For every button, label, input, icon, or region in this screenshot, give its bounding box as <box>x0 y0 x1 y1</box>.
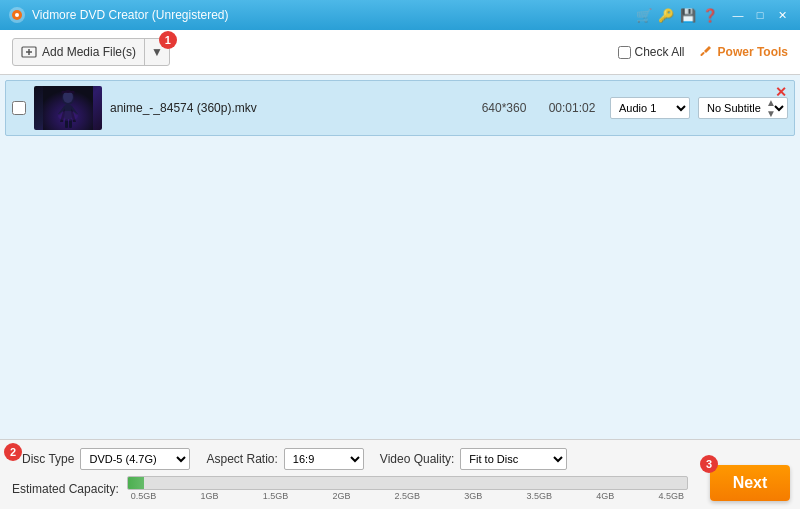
capacity-bar <box>127 476 688 490</box>
main-content: 1 Add Media File(s) ▼ Check All <box>0 30 800 509</box>
aspect-ratio-label: Aspect Ratio: <box>206 452 277 466</box>
app-title: Vidmore DVD Creator (Unregistered) <box>32 8 636 22</box>
disc-type-select[interactable]: DVD-5 (4.7G) DVD-9 (8.5G) Blu-ray 25G Bl… <box>80 448 190 470</box>
svg-point-14 <box>58 111 78 121</box>
capacity-ticks: 0.5GB 1GB 1.5GB 2GB 2.5GB 3GB 3.5GB 4GB … <box>127 490 688 501</box>
audio-select[interactable]: Audio 1 Audio 2 <box>610 97 690 119</box>
tick-1.5gb: 1.5GB <box>263 491 289 501</box>
bottom-bar: 2 Disc Type DVD-5 (4.7G) DVD-9 (8.5G) Bl… <box>0 439 800 509</box>
capacity-label: Estimated Capacity: <box>12 482 119 496</box>
wrench-icon <box>697 44 713 60</box>
check-all-checkbox[interactable] <box>618 46 631 59</box>
disc-type-label: Disc Type <box>22 452 74 466</box>
video-quality-group: Video Quality: Fit to Disc High Quality … <box>380 448 568 470</box>
svg-point-2 <box>15 13 19 17</box>
add-media-button[interactable]: 1 Add Media File(s) ▼ <box>12 38 170 66</box>
svg-rect-6 <box>700 52 705 57</box>
capacity-bar-wrapper: 0.5GB 1GB 1.5GB 2GB 2.5GB 3GB 3.5GB 4GB … <box>127 476 688 501</box>
capacity-row: Estimated Capacity: 0.5GB 1GB 1.5GB 2GB … <box>12 476 788 501</box>
thumbnail-image <box>34 86 102 130</box>
add-icon <box>21 45 37 59</box>
power-tools-label: Power Tools <box>718 45 788 59</box>
file-list-area: anime_-_84574 (360p).mkv 640*360 00:01:0… <box>0 75 800 439</box>
capacity-bar-fill <box>128 477 145 489</box>
table-row: anime_-_84574 (360p).mkv 640*360 00:01:0… <box>5 80 795 136</box>
tick-4.5gb: 4.5GB <box>658 491 684 501</box>
tick-2gb: 2GB <box>332 491 350 501</box>
tick-4gb: 4GB <box>596 491 614 501</box>
step2-badge: 2 <box>4 443 22 461</box>
cart-icon[interactable]: 🛒 <box>636 8 652 23</box>
aspect-ratio-select[interactable]: 16:9 4:3 <box>284 448 364 470</box>
move-up-arrow[interactable]: ▲ <box>766 98 776 108</box>
tick-0.5gb: 0.5GB <box>131 491 157 501</box>
add-media-main[interactable]: Add Media File(s) <box>13 39 145 65</box>
file-order-arrows: ▲ ▼ <box>766 98 776 119</box>
file-thumbnail <box>34 86 102 130</box>
tick-2.5gb: 2.5GB <box>395 491 421 501</box>
settings-row: Disc Type DVD-5 (4.7G) DVD-9 (8.5G) Blu-… <box>12 448 788 470</box>
toolbar-right: Check All Power Tools <box>618 44 788 60</box>
video-quality-label: Video Quality: <box>380 452 455 466</box>
title-bar: Vidmore DVD Creator (Unregistered) 🛒 🔑 💾… <box>0 0 800 30</box>
bottom-bar-wrapper: 2 Disc Type DVD-5 (4.7G) DVD-9 (8.5G) Bl… <box>0 439 800 509</box>
key-icon[interactable]: 🔑 <box>658 8 674 23</box>
power-tools-button[interactable]: Power Tools <box>697 44 788 60</box>
save-icon[interactable]: 💾 <box>680 8 696 23</box>
file-name: anime_-_84574 (360p).mkv <box>110 101 466 115</box>
close-button[interactable]: ✕ <box>772 6 792 24</box>
disc-type-group: Disc Type DVD-5 (4.7G) DVD-9 (8.5G) Blu-… <box>22 448 190 470</box>
add-media-label: Add Media File(s) <box>42 45 136 59</box>
tick-3.5gb: 3.5GB <box>527 491 553 501</box>
app-icon <box>8 6 26 24</box>
window-controls[interactable]: — □ ✕ <box>728 6 792 24</box>
check-all-text: Check All <box>635 45 685 59</box>
move-down-arrow[interactable]: ▼ <box>766 109 776 119</box>
tick-3gb: 3GB <box>464 491 482 501</box>
maximize-button[interactable]: □ <box>750 6 770 24</box>
file-duration: 00:01:02 <box>542 101 602 115</box>
add-media-badge: 1 <box>159 31 177 49</box>
tick-1gb: 1GB <box>200 491 218 501</box>
row-checkbox[interactable] <box>12 101 26 115</box>
aspect-ratio-group: Aspect Ratio: 16:9 4:3 <box>206 448 363 470</box>
file-resolution: 640*360 <box>474 101 534 115</box>
step3-badge: 3 <box>700 455 718 473</box>
video-quality-select[interactable]: Fit to Disc High Quality Medium Quality … <box>460 448 567 470</box>
title-bar-extra-icons: 🛒 🔑 💾 ❓ <box>636 8 718 23</box>
minimize-button[interactable]: — <box>728 6 748 24</box>
help-icon[interactable]: ❓ <box>702 8 718 23</box>
check-all-label[interactable]: Check All <box>618 45 685 59</box>
next-button[interactable]: Next <box>710 465 790 501</box>
toolbar: 1 Add Media File(s) ▼ Check All <box>0 30 800 75</box>
